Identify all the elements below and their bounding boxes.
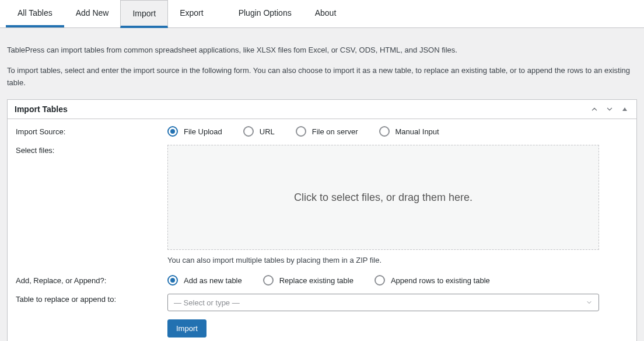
label-target-table: Table to replace or append to: [16,294,167,304]
radio-append[interactable]: Append rows to existing table [374,275,490,286]
radio-label: File Upload [184,127,222,136]
radio-add-new[interactable]: Add as new table [167,275,242,286]
tab-add-new[interactable]: Add New [64,0,121,27]
radio-label: Replace existing table [279,276,354,285]
intro-text-1: TablePress can import tables from common… [7,44,637,57]
import-button[interactable]: Import [167,319,206,337]
label-select-files: Select files: [16,145,167,155]
radio-label: Manual Input [396,127,439,136]
toggle-panel-icon[interactable] [620,105,629,114]
dropzone-text: Click to select files, or drag them here… [294,192,473,204]
tab-import[interactable]: Import [120,0,168,28]
move-down-icon[interactable] [605,105,614,114]
radio-label: URL [260,127,275,136]
move-up-icon[interactable] [590,105,599,114]
zip-note: You can also import multiple tables by p… [167,256,628,265]
import-source-radios: File Upload URL File on server Manu [167,126,628,137]
radio-file-upload[interactable]: File Upload [167,126,222,137]
radio-replace[interactable]: Replace existing table [263,275,354,286]
svg-marker-0 [622,107,627,111]
tab-plugin-options[interactable]: Plugin Options [227,0,303,27]
mode-radios: Add as new table Replace existing table … [167,275,628,286]
tab-all-tables[interactable]: All Tables [6,0,64,27]
panel-actions [590,105,629,114]
panel-body: Import Source: File Upload URL [8,119,636,341]
page-content: TablePress can import tables from common… [0,28,644,341]
admin-tabs: All Tables Add New Import Export Plugin … [0,0,644,28]
import-tables-panel: Import Tables Import Source: [7,99,637,341]
radio-manual-input[interactable]: Manual Input [379,126,439,137]
chevron-down-icon [586,299,593,306]
label-mode: Add, Replace, or Append?: [16,275,167,285]
file-dropzone[interactable]: Click to select files, or drag them here… [167,145,599,250]
label-import-source: Import Source: [16,126,167,136]
radio-file-on-server[interactable]: File on server [296,126,358,137]
radio-label: File on server [312,127,358,136]
select-placeholder: — Select or type — [174,298,240,307]
radio-label: Add as new table [184,276,242,285]
tab-export[interactable]: Export [168,0,215,27]
radio-label: Append rows to existing table [391,276,490,285]
radio-url[interactable]: URL [243,126,275,137]
target-table-select[interactable]: — Select or type — [167,294,599,311]
panel-header: Import Tables [8,100,636,119]
tab-about[interactable]: About [303,0,348,27]
intro-text-2: To import tables, select and enter the i… [7,65,637,89]
panel-title: Import Tables [15,105,68,114]
